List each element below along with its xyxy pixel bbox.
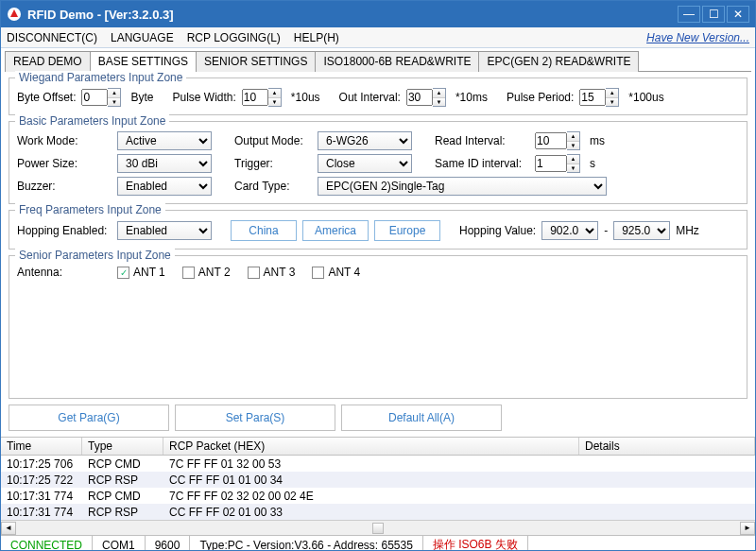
status-connected: CONNECTED [1, 536, 93, 551]
hop-dash: - [604, 224, 608, 237]
status-port: COM1 [93, 536, 146, 551]
app-icon [7, 7, 22, 22]
power-size-select[interactable]: 30 dBi [117, 154, 212, 173]
set-para-button[interactable]: Set Para(S) [175, 405, 335, 431]
region-europe-button[interactable]: Europe [374, 220, 440, 241]
pulse-width-unit: *10us [291, 91, 320, 104]
title-bar: RFID Demo - [Ver:3.2.0.3] — ☐ ✕ [1, 1, 755, 27]
basic-group: Basic Parameters Input Zone Work Mode: A… [9, 121, 747, 204]
hop-high-select[interactable]: 925.0 [613, 221, 670, 240]
tab-iso18000[interactable]: ISO18000-6B READ&WRITE [315, 51, 479, 72]
minimize-button[interactable]: — [678, 6, 700, 23]
antenna-label: Antenna: [17, 266, 112, 279]
pulse-period-input[interactable] [579, 89, 606, 106]
region-america-button[interactable]: America [302, 220, 369, 241]
scroll-right-icon[interactable]: ► [740, 522, 755, 535]
pulse-period-unit: *100us [628, 91, 663, 104]
main-tabs: READ DEMO BASE SETTINGS SENIOR SETTINGS … [5, 50, 751, 72]
freq-group: Freq Parameters Input Zone Hopping Enabl… [9, 210, 747, 250]
out-interval-input[interactable] [406, 89, 433, 106]
log-row[interactable]: 10:17:25 706RCP CMD7C FF FF 01 32 00 53 [1, 456, 755, 472]
out-interval-unit: *10ms [455, 91, 488, 104]
ant4-checkbox[interactable]: ANT 4 [312, 266, 360, 279]
menu-help[interactable]: HELP(H) [294, 31, 339, 44]
read-interval-unit: ms [590, 134, 605, 147]
same-id-input[interactable] [535, 155, 567, 172]
pulse-period-spin[interactable]: ▲▼ [606, 88, 619, 107]
freq-legend: Freq Parameters Input Zone [15, 203, 165, 216]
close-button[interactable]: ✕ [727, 6, 749, 23]
pulse-width-label: Pulse Width: [173, 91, 236, 104]
window-title: RFID Demo - [Ver:3.2.0.3] [27, 8, 678, 22]
senior-group: Senior Parameters Input Zone Antenna: ✓A… [9, 255, 747, 399]
tab-base-settings[interactable]: BASE SETTINGS [90, 51, 197, 72]
card-type-select[interactable]: EPC(GEN 2)Single-Tag [318, 177, 607, 196]
scroll-thumb[interactable] [372, 523, 384, 534]
log-header: Time Type RCP Packet (HEX) Details [1, 437, 755, 456]
horizontal-scrollbar[interactable]: ◄ ► [1, 520, 755, 535]
buzzer-select[interactable]: Enabled [117, 177, 212, 196]
pulse-period-label: Pulse Period: [507, 91, 574, 104]
log-row[interactable]: 10:17:25 722RCP RSPCC FF FF 01 01 00 34 [1, 472, 755, 488]
senior-legend: Senior Parameters Input Zone [15, 249, 175, 262]
hop-low-select[interactable]: 902.0 [541, 221, 598, 240]
out-interval-label: Out Interval: [339, 91, 401, 104]
default-all-button[interactable]: Default All(A) [341, 405, 502, 431]
region-china-button[interactable]: China [231, 220, 297, 241]
work-mode-label: Work Mode: [17, 134, 112, 147]
byte-offset-spin[interactable]: ▲▼ [108, 88, 121, 107]
scroll-left-icon[interactable]: ◄ [1, 522, 16, 535]
byte-offset-label: Byte Offset: [17, 91, 76, 104]
log-body[interactable]: 10:17:25 706RCP CMD7C FF FF 01 32 00 531… [1, 456, 755, 520]
basic-legend: Basic Parameters Input Zone [15, 114, 169, 128]
byte-offset-input[interactable] [81, 89, 108, 106]
read-interval-input[interactable] [535, 132, 567, 149]
buzzer-label: Buzzer: [17, 180, 112, 193]
menu-language[interactable]: LANGUAGE [111, 31, 174, 44]
menu-disconnect[interactable]: DISCONNECT(C) [7, 31, 97, 44]
trigger-select[interactable]: Close [318, 154, 412, 173]
wiegand-group: Wiegand Parameters Input Zone Byte Offse… [9, 77, 747, 115]
work-mode-select[interactable]: Active [117, 131, 212, 150]
read-interval-label: Read Interval: [435, 134, 529, 147]
status-error: 操作 ISO6B 失败 [423, 536, 528, 551]
maximize-button[interactable]: ☐ [702, 6, 725, 23]
tab-senior-settings[interactable]: SENIOR SETTINGS [196, 51, 316, 72]
log-row[interactable]: 10:17:31 774RCP CMD7C FF FF 02 32 02 00 … [1, 488, 755, 504]
output-mode-label: Output Mode: [234, 134, 312, 147]
get-para-button[interactable]: Get Para(G) [9, 405, 169, 431]
status-bar: CONNECTED COM1 9600 Type:PC - Version:V3… [1, 535, 755, 551]
col-time[interactable]: Time [1, 438, 82, 455]
col-details[interactable]: Details [579, 438, 755, 455]
col-packet[interactable]: RCP Packet (HEX) [163, 438, 579, 455]
hopping-value-label: Hopping Value: [459, 224, 536, 237]
new-version-link[interactable]: Have New Version... [646, 31, 749, 44]
same-id-label: Same ID interval: [435, 157, 529, 170]
menu-rcp-logging[interactable]: RCP LOGGING(L) [187, 31, 281, 44]
out-interval-spin[interactable]: ▲▼ [433, 88, 446, 107]
wiegand-legend: Wiegand Parameters Input Zone [15, 71, 186, 84]
read-interval-spin[interactable]: ▲▼ [567, 131, 580, 150]
tab-read-demo[interactable]: READ DEMO [5, 51, 91, 72]
hopping-enabled-select[interactable]: Enabled [117, 221, 212, 240]
power-size-label: Power Size: [17, 157, 112, 170]
trigger-label: Trigger: [234, 157, 312, 170]
pulse-width-input[interactable] [242, 89, 268, 106]
output-mode-select[interactable]: 6-WG26 [318, 131, 412, 150]
same-id-unit: s [590, 157, 595, 170]
status-info: Type:PC - Version:V3.66 - Address: 65535 [190, 536, 422, 551]
log-row[interactable]: 10:17:31 774RCP RSPCC FF FF 02 01 00 33 [1, 504, 755, 520]
hopping-enabled-label: Hopping Enabled: [17, 224, 112, 237]
menu-bar: DISCONNECT(C) LANGUAGE RCP LOGGING(L) HE… [1, 27, 755, 48]
card-type-label: Card Type: [234, 180, 312, 193]
hop-unit: MHz [676, 224, 699, 237]
col-type[interactable]: Type [82, 438, 163, 455]
tab-epc-gen2[interactable]: EPC(GEN 2) READ&WRITE [478, 51, 639, 72]
pulse-width-spin[interactable]: ▲▼ [268, 88, 282, 107]
status-baud: 9600 [146, 536, 191, 551]
ant1-checkbox[interactable]: ✓ANT 1 [117, 266, 165, 279]
byte-unit: Byte [130, 91, 153, 104]
same-id-spin[interactable]: ▲▼ [567, 154, 580, 173]
ant3-checkbox[interactable]: ANT 3 [248, 266, 296, 279]
ant2-checkbox[interactable]: ANT 2 [182, 266, 231, 279]
